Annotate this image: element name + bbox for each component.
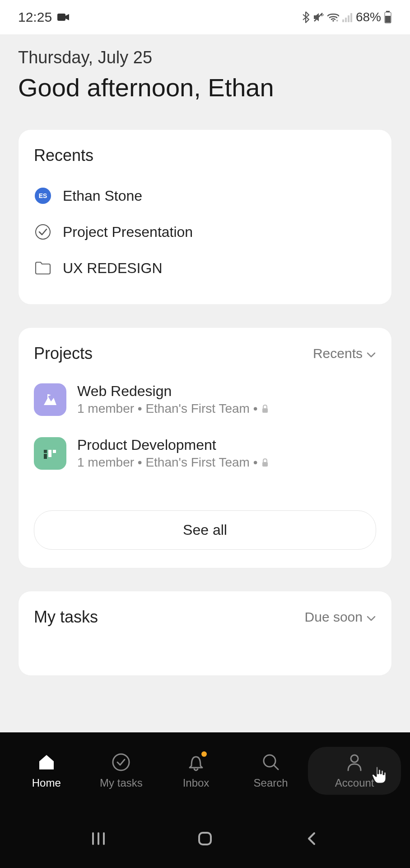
project-meta: 1 member • Ethan's First Team •: [77, 401, 269, 416]
nav-label: My tasks: [100, 777, 143, 789]
content-area: Thursday, July 25 Good afternoon, Ethan …: [0, 34, 410, 732]
chevron-down-icon: [366, 346, 376, 361]
nav-label: Account: [335, 777, 374, 789]
status-bar: 12:25 + 68%: [0, 0, 410, 34]
filter-label: Recents: [313, 346, 363, 361]
svg-rect-16: [48, 450, 51, 457]
recent-label: UX REDESIGN: [63, 260, 162, 277]
chevron-down-icon: [366, 609, 376, 625]
header-greeting: Good afternoon, Ethan: [18, 73, 392, 102]
project-name: Product Development: [77, 437, 269, 453]
svg-rect-7: [350, 13, 352, 22]
nav-label: Home: [32, 777, 61, 789]
search-icon: [261, 752, 281, 772]
lock-icon: [261, 458, 269, 467]
notification-dot: [201, 751, 207, 757]
svg-rect-13: [262, 408, 268, 413]
svg-rect-26: [199, 833, 211, 844]
home-icon: [37, 752, 56, 772]
recents-title: Recents: [34, 146, 376, 165]
svg-point-22: [351, 755, 358, 762]
project-icon-board: [34, 437, 66, 470]
nav-inbox[interactable]: Inbox: [158, 752, 233, 789]
projects-title: Projects: [34, 344, 93, 363]
cursor-hand-icon: [371, 766, 387, 787]
recent-label: Project Presentation: [63, 224, 193, 241]
my-tasks-title: My tasks: [34, 608, 98, 627]
svg-text:+: +: [336, 19, 338, 22]
svg-rect-18: [262, 462, 268, 467]
nav-label: Search: [254, 777, 288, 789]
svg-rect-5: [345, 18, 347, 22]
project-name: Web Redesign: [77, 383, 269, 400]
battery-icon: [384, 11, 392, 24]
svg-point-2: [332, 20, 334, 22]
camera-icon: [57, 13, 70, 22]
status-right: + 68%: [302, 10, 392, 24]
svg-rect-12: [47, 394, 48, 399]
nav-account[interactable]: Account: [308, 747, 401, 795]
project-item[interactable]: Web Redesign 1 member • Ethan's First Te…: [34, 376, 376, 429]
projects-card: Projects Recents Web Redesign 1 member •…: [18, 327, 392, 568]
check-circle-icon: [111, 752, 131, 772]
svg-point-19: [113, 754, 129, 770]
svg-rect-15: [44, 454, 47, 459]
recent-item-user[interactable]: ES Ethan Stone: [34, 178, 376, 214]
nav-label: Inbox: [183, 777, 210, 789]
avatar-initials: ES: [35, 188, 51, 204]
avatar-icon: ES: [34, 187, 52, 205]
bottom-nav: Home My tasks Inbox Search Account: [0, 732, 410, 809]
folder-icon: [34, 259, 52, 277]
project-meta: 1 member • Ethan's First Team •: [77, 455, 269, 470]
svg-rect-10: [385, 16, 391, 23]
sys-recents-button[interactable]: [85, 825, 112, 852]
svg-rect-14: [44, 450, 47, 453]
recents-card: Recents ES Ethan Stone Project Presentat…: [18, 129, 392, 305]
see-all-button[interactable]: See all: [34, 510, 376, 550]
project-item[interactable]: Product Development 1 member • Ethan's F…: [34, 429, 376, 483]
projects-filter[interactable]: Recents: [313, 346, 376, 361]
svg-rect-0: [57, 14, 65, 21]
status-time: 12:25: [18, 9, 52, 25]
filter-label: Due soon: [305, 609, 363, 625]
svg-rect-17: [53, 450, 56, 453]
lock-icon: [261, 404, 269, 413]
bell-icon: [186, 752, 206, 772]
header-date: Thursday, July 25: [18, 48, 392, 67]
recent-label: Ethan Stone: [63, 188, 142, 204]
nav-my-tasks[interactable]: My tasks: [84, 752, 159, 789]
mute-icon: [312, 11, 324, 23]
wifi-icon: +: [327, 12, 340, 22]
svg-point-11: [36, 225, 50, 239]
bluetooth-icon: [302, 11, 310, 24]
battery-percent: 68%: [356, 10, 381, 24]
person-icon: [345, 752, 364, 772]
system-nav: [0, 809, 410, 868]
svg-rect-4: [342, 19, 344, 22]
sys-home-button[interactable]: [191, 825, 219, 852]
nav-home[interactable]: Home: [9, 752, 84, 789]
status-left: 12:25: [18, 9, 70, 25]
svg-rect-6: [348, 15, 349, 22]
recent-item-task[interactable]: Project Presentation: [34, 214, 376, 250]
check-circle-icon: [34, 223, 52, 241]
nav-search[interactable]: Search: [233, 752, 308, 789]
project-icon-mountain: [34, 383, 66, 416]
my-tasks-card: My tasks Due soon: [18, 591, 392, 676]
recent-item-folder[interactable]: UX REDESIGN: [34, 250, 376, 286]
my-tasks-filter[interactable]: Due soon: [305, 609, 376, 625]
svg-line-21: [274, 765, 278, 769]
signal-icon: [342, 12, 353, 22]
sys-back-button[interactable]: [298, 825, 325, 852]
